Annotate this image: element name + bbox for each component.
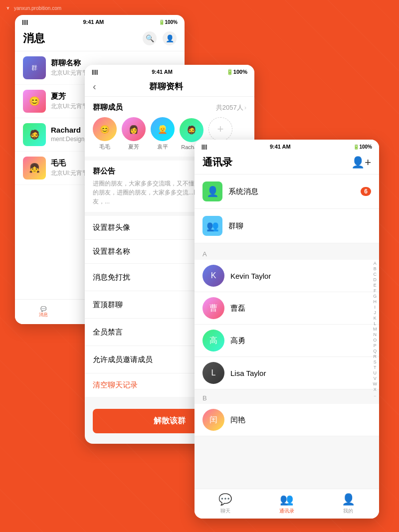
website-url: yanxun.probition.com <box>14 5 61 11</box>
contact-name-gaoyong: 高勇 <box>230 336 245 346</box>
search-button[interactable]: 🔍 <box>143 31 157 45</box>
nav-contacts-icon-3: 👥 <box>280 493 293 506</box>
settings-nodisturb-label: 消息免打扰 <box>93 273 130 282</box>
person-icon: 👤 <box>166 34 174 42</box>
nav-chat-icon-3: 💬 <box>218 493 232 506</box>
member-name-yuanping: 袁平 <box>157 143 168 151</box>
settings-mute-label: 全员禁言 <box>93 328 123 337</box>
members-title: 群聊成员 <box>93 103 123 112</box>
messages-title: 消息 <box>23 31 45 46</box>
settings-avatar-label: 设置群头像 <box>93 223 130 232</box>
system-message-icon: 👤 <box>202 181 222 201</box>
member-avatar-maomao: 😊 <box>93 117 117 141</box>
settings-name-label: 设置群名称 <box>93 247 130 256</box>
signal-icon: |||| <box>22 19 28 25</box>
nav-chat-label-3: 聊天 <box>220 508 230 515</box>
avatar-kevin: K <box>202 265 224 287</box>
contact-kevin[interactable]: K Kevin Taylor <box>195 260 379 292</box>
back-button[interactable]: ‹ <box>93 81 96 92</box>
settings-top-label: 置顶群聊 <box>93 300 123 310</box>
time-1: 9:41 AM <box>83 19 104 25</box>
contact-lisa[interactable]: L Lisa Taylor <box>195 357 379 389</box>
battery-icon-1: 🔋100% <box>159 19 178 25</box>
group-header: ‹ 群聊资料 <box>85 77 254 97</box>
nav-messages[interactable]: 💬 消息 <box>15 300 71 324</box>
nav-messages-label: 消息 <box>39 312 48 318</box>
nav-mine-icon-3: 👤 <box>342 493 355 506</box>
bottom-nav-3: 💬 聊天 👥 通讯录 👤 我的 <box>195 489 379 519</box>
contacts-features: 👤 系统消息 6 👥 群聊 <box>195 175 379 243</box>
time-3: 9:41 AM <box>270 144 291 150</box>
member-avatar-rachard: 🧔 <box>180 118 203 142</box>
signal-3: |||| <box>201 144 207 150</box>
settings-invite-label: 允许成员邀请成员 <box>93 355 153 364</box>
contacts-title: 通讯录 <box>202 156 232 169</box>
member-avatar-yuanping: 👱 <box>151 117 175 141</box>
avatar-maomao: 👧 <box>23 157 46 179</box>
add-contact-icon[interactable]: 👤+ <box>351 156 371 169</box>
section-a-wrapper: A K Kevin Taylor 曹 曹磊 <box>195 247 379 391</box>
members-count: 共2057人 › <box>216 103 246 112</box>
nav-contacts-label-3: 通讯录 <box>279 508 294 515</box>
contacts-header: 通讯录 👤+ <box>195 152 379 175</box>
section-a-label: A <box>195 247 379 260</box>
battery-3: 🔋100% <box>353 144 372 150</box>
time-2: 9:41 AM <box>152 69 173 75</box>
avatar-group-text: 群 <box>31 64 37 72</box>
group-icon: 👥 <box>202 216 222 236</box>
contact-name-runyan: 闰艳 <box>230 415 245 425</box>
website-dot: Y <box>4 4 12 12</box>
group-info-title: 群聊资料 <box>102 81 230 92</box>
chevron-right-members: › <box>244 104 246 111</box>
contact-name-kevin: Kevin Taylor <box>230 272 271 280</box>
member-xiafang[interactable]: 👩 夏芳 <box>122 117 146 151</box>
contact-runyan[interactable]: 闰 闰艳 <box>195 404 379 436</box>
feature-system[interactable]: 👤 系统消息 6 <box>195 175 379 209</box>
section-a-list: K Kevin Taylor 曹 曹磊 高 <box>195 260 379 389</box>
avatar-runyan: 闰 <box>202 409 224 431</box>
avatar-lisa: L <box>202 362 224 384</box>
nav-mine-label-3: 我的 <box>343 508 353 515</box>
system-badge: 6 <box>361 187 371 196</box>
section-b-label: B <box>195 391 379 404</box>
add-contact-button[interactable]: 👤 <box>163 31 177 45</box>
nav-messages-icon: 💬 <box>40 306 46 312</box>
nav-chat-3[interactable]: 💬 聊天 <box>195 489 256 519</box>
add-member-circle: + <box>208 117 232 141</box>
nav-mine-3[interactable]: 👤 我的 <box>318 489 379 519</box>
member-avatar-xiafang: 👩 <box>122 117 146 141</box>
contact-gaoyong[interactable]: 高 高勇 <box>195 325 379 357</box>
feature-group-label: 群聊 <box>228 221 243 231</box>
section-b-wrapper: B 闰 闰艳 <box>195 391 379 438</box>
members-header: 群聊成员 共2057人 › <box>93 103 246 112</box>
website-tag: Y yanxun.probition.com <box>4 4 61 12</box>
messages-header: 消息 🔍 👤 <box>15 27 185 51</box>
search-icon: 🔍 <box>146 34 154 42</box>
contacts-screen: |||| 9:41 AM 🔋100% 通讯录 👤+ 👤 系统消息 6 👥 群聊 … <box>195 140 379 519</box>
status-bar-3: |||| 9:41 AM 🔋100% <box>195 140 379 152</box>
status-bar-2: |||| 9:41 AM 🔋100% <box>85 65 254 77</box>
avatar-caolei: 曹 <box>202 297 224 319</box>
avatar-gaoyong: 高 <box>202 330 224 352</box>
section-b-list: 闰 闰艳 <box>195 404 379 436</box>
contact-caolei[interactable]: 曹 曹磊 <box>195 292 379 325</box>
avatar-group: 群 <box>23 56 46 79</box>
member-maomao[interactable]: 😊 毛毛 <box>93 117 117 151</box>
feature-system-label: 系统消息 <box>228 187 258 196</box>
avatar-rachard: 🧔 <box>23 123 46 146</box>
member-yuanping[interactable]: 👱 袁平 <box>151 117 175 151</box>
header-icons: 🔍 👤 <box>143 31 177 45</box>
contact-name-caolei: 曹磊 <box>230 304 245 313</box>
member-name-maomao: 毛毛 <box>99 143 110 151</box>
signal-2: |||| <box>92 69 98 75</box>
settings-clear-label: 清空聊天记录 <box>93 380 138 390</box>
battery-2: 🔋100% <box>226 69 247 75</box>
nav-contacts-3[interactable]: 👥 通讯录 <box>256 489 317 519</box>
status-bar-1: |||| 9:41 AM 🔋100% <box>15 15 185 27</box>
announcement-title: 群公告 <box>93 167 115 176</box>
alphabet-index: A B C D E F G H I J K L M N O P Q R S T … <box>373 261 378 397</box>
contact-name-lisa: Lisa Taylor <box>230 369 266 377</box>
member-name-xiafang: 夏芳 <box>128 143 139 151</box>
feature-group[interactable]: 👥 群聊 <box>195 209 379 243</box>
avatar-xiafang: 😊 <box>23 90 46 113</box>
